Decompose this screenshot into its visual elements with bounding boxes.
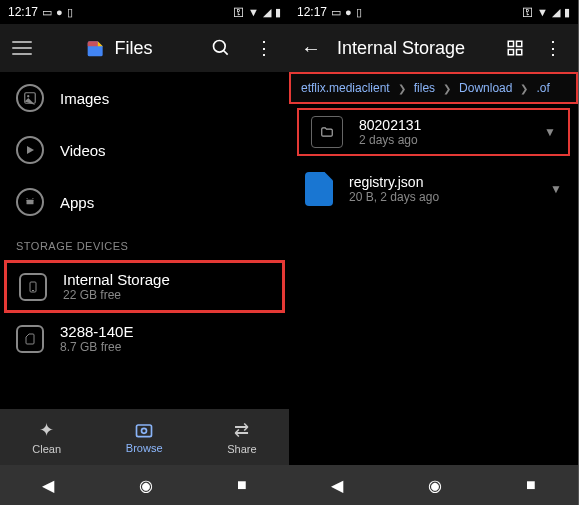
chevron-right-icon: ❯ [514,83,534,94]
status-icon: ● [56,6,63,18]
svg-rect-15 [517,50,522,55]
file-list: 80202131 2 days ago ▼ registry.json 20 B… [289,104,578,465]
breadcrumb[interactable]: etflix.mediaclient ❯ files ❯ Download ❯ … [289,72,578,104]
category-videos[interactable]: Videos [0,124,289,176]
json-file-icon [305,172,333,206]
storage-internal[interactable]: Internal Storage 22 GB free [4,260,285,313]
share-icon: ⇄ [234,419,249,441]
bottom-nav: ✦ Clean Browse ⇄ Share [0,409,289,465]
nav-share[interactable]: ⇄ Share [227,419,256,455]
more-button[interactable]: ⋮ [251,33,277,63]
status-icon: ▭ [331,6,341,19]
status-bar: 12:17 ▭ ● ▯ ⚿ ▼ ◢ ▮ [0,0,289,24]
back-button[interactable]: ◀ [331,476,343,495]
status-bar: 12:17 ▭ ● ▯ ⚿ ▼ ◢ ▮ [289,0,578,24]
category-apps[interactable]: Apps [0,176,289,228]
nav-browse[interactable]: Browse [126,420,163,454]
category-images[interactable]: Images [0,72,289,124]
status-icon: ▯ [67,6,73,19]
images-icon [16,84,44,112]
app-bar: ← Internal Storage ⋮ [289,24,578,72]
browse-icon [134,420,154,440]
status-icon: ▭ [42,6,52,19]
chevron-down-icon[interactable]: ▼ [544,125,556,139]
status-icon: ▯ [356,6,362,19]
chevron-right-icon: ❯ [437,83,457,94]
files-logo-icon [86,38,106,58]
signal-icon: ◢ [263,6,271,19]
battery-icon: ▮ [564,6,570,19]
search-button[interactable] [207,34,235,62]
recent-button[interactable]: ■ [237,476,247,494]
clean-icon: ✦ [39,419,54,441]
page-title: Internal Storage [337,38,490,59]
storage-section-header: STORAGE DEVICES [0,228,289,260]
vpn-icon: ⚿ [522,6,533,18]
status-time: 12:17 [8,5,38,19]
main-content: Images Videos Apps STORAGE DEVICES Inter… [0,72,289,409]
nav-clean[interactable]: ✦ Clean [32,419,61,455]
svg-rect-10 [137,425,152,437]
folder-item[interactable]: 80202131 2 days ago ▼ [297,108,570,156]
chevron-down-icon[interactable]: ▼ [550,182,562,196]
more-button[interactable]: ⋮ [540,33,566,63]
videos-icon [16,136,44,164]
folder-icon [311,116,343,148]
menu-button[interactable] [12,41,32,55]
app-title: Files [48,38,191,59]
home-button[interactable]: ◉ [428,476,442,495]
phone-icon [19,273,47,301]
storage-browser-screen: 12:17 ▭ ● ▯ ⚿ ▼ ◢ ▮ ← Internal Storage ⋮… [289,0,578,505]
svg-line-1 [224,51,228,55]
svg-point-0 [214,41,226,53]
chevron-right-icon: ❯ [392,83,412,94]
status-icon: ● [345,6,352,18]
signal-icon: ◢ [552,6,560,19]
svg-rect-12 [508,41,513,46]
back-arrow-button[interactable]: ← [301,37,321,60]
svg-point-6 [27,198,28,199]
svg-point-7 [32,198,33,199]
battery-icon: ▮ [275,6,281,19]
svg-rect-13 [517,41,522,46]
svg-marker-4 [27,146,34,154]
files-app-screen: 12:17 ▭ ● ▯ ⚿ ▼ ◢ ▮ Files [0,0,289,505]
sdcard-icon [16,325,44,353]
vpn-icon: ⚿ [233,6,244,18]
file-item[interactable]: registry.json 20 B, 2 days ago ▼ [289,160,578,218]
system-nav: ◀ ◉ ■ [289,465,578,505]
back-button[interactable]: ◀ [42,476,54,495]
system-nav: ◀ ◉ ■ [0,465,289,505]
app-bar: Files ⋮ [0,24,289,72]
wifi-icon: ▼ [537,6,548,18]
svg-rect-14 [508,50,513,55]
recent-button[interactable]: ■ [526,476,536,494]
home-button[interactable]: ◉ [139,476,153,495]
storage-sdcard[interactable]: 3288-140E 8.7 GB free [0,313,289,364]
status-time: 12:17 [297,5,327,19]
wifi-icon: ▼ [248,6,259,18]
grid-view-button[interactable] [506,39,524,57]
svg-point-11 [142,428,147,433]
svg-rect-5 [27,200,34,205]
svg-point-3 [27,95,29,97]
apps-icon [16,188,44,216]
